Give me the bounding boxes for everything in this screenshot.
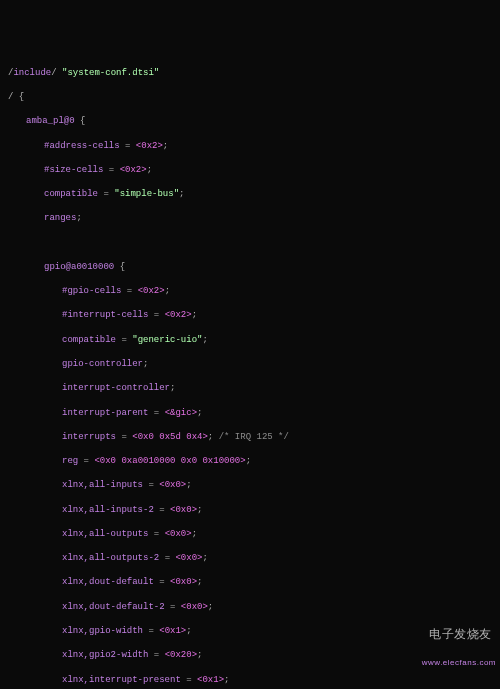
root-open: / { [8,91,492,103]
xlnx-all-outputs: xlnx,all-outputs = <0x0>; [8,528,492,540]
interrupt-cells: #interrupt-cells = <0x2>; [8,309,492,321]
xlnx-all-inputs: xlnx,all-inputs = <0x0>; [8,479,492,491]
interrupt-controller: interrupt-controller; [8,382,492,394]
address-cells: #address-cells = <0x2>; [8,140,492,152]
watermark: 电子发烧友 www.elecfans.com [422,609,496,685]
size-cells: #size-cells = <0x2>; [8,164,492,176]
xlnx-interrupt-present: xlnx,interrupt-present = <0x1>; [8,674,492,686]
xlnx-dout-default: xlnx,dout-default = <0x0>; [8,576,492,588]
gpio-controller: gpio-controller; [8,358,492,370]
include-line: /include/ "system-conf.dtsi" [8,67,492,79]
amba-compatible: compatible = "simple-bus"; [8,188,492,200]
xlnx-gpio-width: xlnx,gpio-width = <0x1>; [8,625,492,637]
ranges: ranges; [8,212,492,224]
watermark-text: 电子发烧友 [429,627,492,641]
blank [8,237,492,249]
xlnx-dout-default-2: xlnx,dout-default-2 = <0x0>; [8,601,492,613]
amba-label: amba_pl@0 { [8,115,492,127]
interrupt-parent: interrupt-parent = <&gic>; [8,407,492,419]
xlnx-gpio2-width: xlnx,gpio2-width = <0x20>; [8,649,492,661]
xlnx-all-outputs-2: xlnx,all-outputs-2 = <0x0>; [8,552,492,564]
gpio-compatible: compatible = "generic-uio"; [8,334,492,346]
reg: reg = <0x0 0xa0010000 0x0 0x10000>; [8,455,492,467]
gpio-label: gpio@a0010000 { [8,261,492,273]
gpio-cells: #gpio-cells = <0x2>; [8,285,492,297]
xlnx-all-inputs-2: xlnx,all-inputs-2 = <0x0>; [8,504,492,516]
code-block: /include/ "system-conf.dtsi" / { amba_pl… [8,55,492,689]
watermark-url: www.elecfans.com [422,658,496,669]
interrupts: interrupts = <0x0 0x5d 0x4>; /* IRQ 125 … [8,431,492,443]
